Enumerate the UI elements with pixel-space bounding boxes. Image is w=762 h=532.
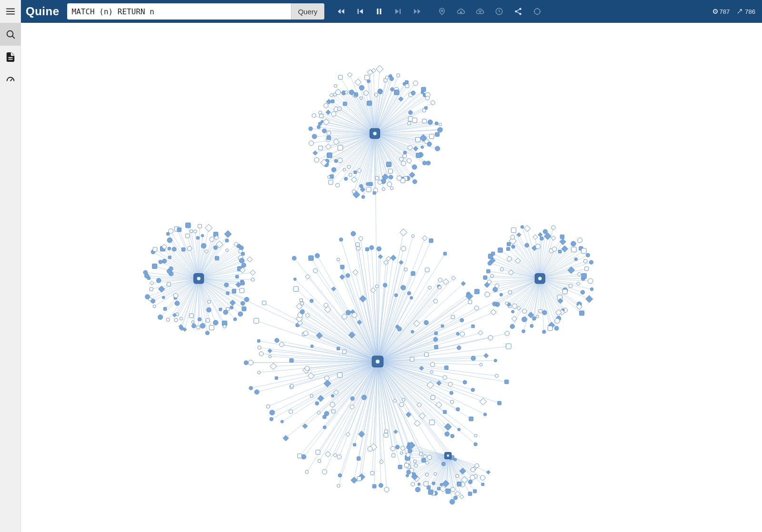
graph-node[interactable] [386,162,391,167]
graph-node[interactable] [319,111,322,114]
graph-node[interactable] [322,470,327,474]
graph-node[interactable] [422,119,427,123]
graph-node[interactable] [157,278,161,283]
graph-node[interactable] [351,231,356,236]
graph-node[interactable] [338,107,341,110]
graph-node[interactable] [391,255,396,261]
graph-node[interactable] [270,363,277,370]
graph-node[interactable] [438,278,442,282]
graph-node[interactable] [413,146,418,151]
graph-node[interactable] [560,235,564,238]
graph-node[interactable] [244,361,248,365]
graph-node[interactable] [495,374,498,377]
graph-node[interactable] [145,295,150,299]
graph-node[interactable] [367,101,372,106]
graph-node[interactable] [443,410,446,414]
graph-node[interactable] [491,274,494,277]
graph-node[interactable] [205,331,209,335]
graph-node[interactable] [471,467,475,472]
graph-node[interactable] [349,173,352,177]
graph-node[interactable] [357,457,361,461]
hamburger-menu-button[interactable] [0,0,21,23]
graph-node[interactable] [351,477,357,483]
graph-node[interactable] [371,287,376,293]
graph-node[interactable] [443,252,447,256]
graph-node[interactable] [515,258,521,264]
graph-node[interactable] [366,182,370,186]
graph-node[interactable] [412,179,417,184]
graph-node[interactable] [422,109,425,112]
graph-node[interactable] [460,318,464,322]
graph-node[interactable] [511,245,515,248]
graph-node[interactable] [197,325,200,329]
graph-node[interactable] [312,134,317,139]
graph-node[interactable] [425,268,429,272]
graph-node[interactable] [562,289,567,294]
graph-node[interactable] [186,234,190,238]
graph-node[interactable] [435,146,440,151]
graph-node[interactable] [532,316,536,320]
graph-node[interactable] [347,165,351,168]
graph-node[interactable] [355,79,361,86]
graph-node[interactable] [213,320,218,325]
graph-node[interactable] [169,266,173,270]
graph-node[interactable] [431,362,435,366]
graph-node[interactable] [578,238,582,243]
graph-node[interactable] [580,311,584,315]
graph-node[interactable] [487,280,491,284]
graph-node[interactable] [590,287,593,291]
graph-node[interactable] [386,256,391,261]
graph-node[interactable] [441,325,444,327]
graph-node[interactable] [206,318,210,322]
graph-node[interactable] [352,190,356,194]
graph-node[interactable] [444,366,448,370]
graph-node[interactable] [241,301,245,305]
graph-node[interactable] [397,176,401,180]
graph-node[interactable] [390,77,393,80]
graph-node[interactable] [159,260,162,264]
graph-node[interactable] [390,187,393,189]
graph-node[interactable] [327,153,332,158]
graph-node[interactable] [331,394,334,397]
graph-node[interactable] [257,340,260,343]
graph-node[interactable] [510,324,514,328]
graph-node[interactable] [340,275,345,280]
graph-node[interactable] [404,268,407,271]
graph-node[interactable] [507,242,511,246]
graph-node[interactable] [488,335,493,340]
graph-node[interactable] [319,146,322,150]
graph-node[interactable] [290,358,293,362]
graph-node[interactable] [533,235,538,239]
graph-node[interactable] [167,237,172,243]
graph-node[interactable] [457,482,461,486]
graph-node[interactable] [382,187,385,190]
graph-node[interactable] [468,492,472,496]
graph-node[interactable] [162,296,165,299]
graph-node[interactable] [424,353,428,356]
graph-node[interactable] [494,359,497,362]
graph-node[interactable] [413,460,416,463]
graph-node[interactable] [351,177,357,182]
graph-node[interactable] [322,129,327,133]
graph-node[interactable] [351,397,354,401]
graph-node[interactable] [269,355,271,358]
graph-node[interactable] [394,90,399,95]
graph-node[interactable] [470,475,475,481]
graph-node[interactable] [403,151,407,154]
graph-node[interactable] [360,184,363,187]
graph-node[interactable] [293,286,298,291]
graph-node[interactable] [411,330,414,333]
graph-node[interactable] [425,96,429,100]
graph-node[interactable] [433,299,437,303]
graph-node[interactable] [388,169,392,173]
graph-node[interactable] [505,302,508,305]
graph-node[interactable] [175,301,180,306]
graph-node[interactable] [538,233,542,237]
graph-node[interactable] [331,410,335,413]
graph-node[interactable] [450,499,455,504]
graph-node[interactable] [431,101,435,105]
graph-node[interactable] [437,487,440,490]
graph-node[interactable] [190,314,193,317]
graph-node[interactable] [530,325,533,328]
graph-node[interactable] [346,274,350,277]
